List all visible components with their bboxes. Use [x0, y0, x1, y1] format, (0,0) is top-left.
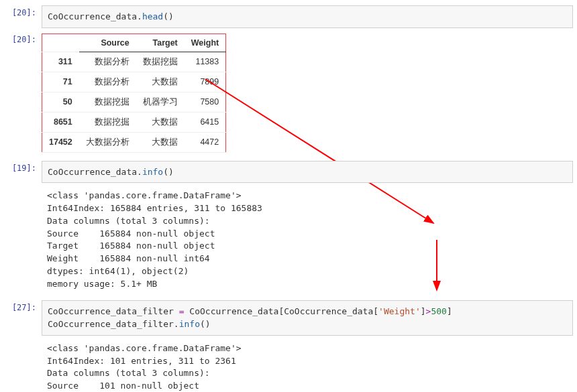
text-output: <class 'pandas.core.frame.DataFrame'> In… — [42, 187, 573, 296]
code-cell: [27]: CoOccurrence_data_filter = CoOccur… — [4, 300, 573, 336]
code-input[interactable]: CoOccurrence_data.head() — [42, 5, 573, 28]
table-row: 17452大数据分析大数据4472 — [42, 132, 226, 152]
table-row: 8651数据挖掘大数据6415 — [42, 112, 226, 132]
output-cell: [20]: Source Target Weight 311数据分析数据挖掘11… — [4, 32, 573, 157]
col-weight: Weight — [185, 34, 226, 52]
table-row: 311数据分析数据挖掘11383 — [42, 52, 226, 72]
col-source: Source — [79, 34, 136, 52]
code-cell: [20]: CoOccurrence_data.head() — [4, 5, 573, 28]
table-row: 71数据分析大数据7899 — [42, 72, 226, 92]
input-prompt: [27]: — [4, 300, 42, 336]
col-index — [42, 34, 79, 52]
output-prompt: [20]: — [4, 32, 42, 157]
code-cell: [19]: CoOccurrence_data.info() — [4, 161, 573, 184]
code-input[interactable]: CoOccurrence_data.info() — [42, 161, 573, 184]
output-cell: <class 'pandas.core.frame.DataFrame'> In… — [4, 187, 573, 296]
code-input[interactable]: CoOccurrence_data_filter = CoOccurrence_… — [42, 300, 573, 336]
table-header-row: Source Target Weight — [42, 34, 226, 52]
text-output: <class 'pandas.core.frame.DataFrame'> In… — [42, 340, 573, 392]
col-target: Target — [136, 34, 185, 52]
input-prompt: [19]: — [4, 161, 42, 184]
dataframe-output: Source Target Weight 311数据分析数据挖掘11383 71… — [42, 32, 573, 157]
input-prompt: [20]: — [4, 5, 42, 28]
output-cell: <class 'pandas.core.frame.DataFrame'> In… — [4, 340, 573, 392]
dataframe-table: Source Target Weight 311数据分析数据挖掘11383 71… — [42, 34, 226, 153]
table-row: 50数据挖掘机器学习7580 — [42, 92, 226, 112]
